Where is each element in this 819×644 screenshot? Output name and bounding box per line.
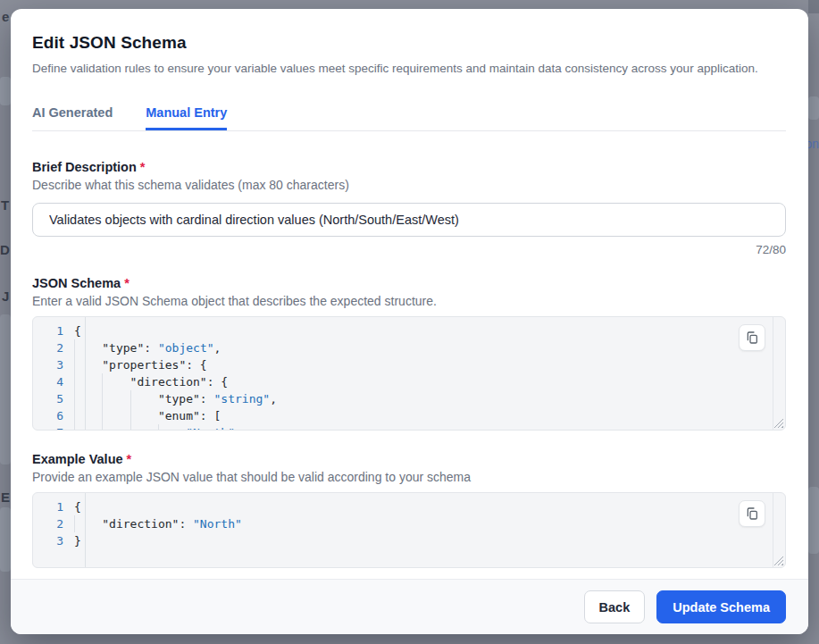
indent-guide	[102, 407, 130, 424]
backdrop-header-fragment	[808, 0, 819, 13]
line-content: "enum": [	[74, 407, 221, 424]
indent-guide	[74, 373, 102, 390]
gutter-separator	[85, 493, 86, 567]
code-line: 7"North",	[33, 424, 785, 431]
code-line: 6"enum": [	[33, 407, 785, 424]
tabs-divider	[32, 130, 786, 131]
code-token-key: "direction"	[130, 373, 207, 390]
tab-manual-entry[interactable]: Manual Entry	[146, 105, 227, 130]
code-token-plain: ,	[214, 339, 221, 356]
back-button[interactable]: Back	[584, 590, 646, 623]
backdrop-text-fragment: J	[2, 289, 9, 304]
json-schema-label: JSON Schema	[32, 276, 121, 290]
indent-guide	[74, 390, 102, 407]
code-token-key: "direction"	[102, 515, 179, 532]
backdrop-text-fragment: e	[2, 9, 9, 24]
code-line: 2"type": "object",	[33, 339, 785, 356]
line-number: 7	[33, 424, 74, 431]
indent-guide	[102, 373, 130, 390]
line-content: "direction": "North"	[74, 515, 242, 532]
code-line: 3}	[33, 532, 785, 549]
line-number: 1	[33, 498, 74, 515]
backdrop-field-fragment	[808, 96, 819, 120]
line-number: 3	[33, 356, 74, 373]
indent-guide	[74, 515, 102, 532]
code-token-plain: : {	[207, 373, 228, 390]
code-token-plain: :	[144, 339, 158, 356]
line-number: 2	[33, 515, 74, 532]
code-line: 4"direction": {	[33, 373, 785, 390]
indent-guide	[102, 390, 130, 407]
tab-ai-generated[interactable]: AI Generated	[32, 105, 113, 130]
code-line: 5"type": "string",	[33, 390, 785, 407]
required-marker: *	[124, 276, 130, 290]
code-token-plain: ,	[235, 424, 242, 431]
line-content: {	[74, 322, 81, 339]
example-value-section: Example Value * Provide an example JSON …	[32, 452, 786, 568]
code-token-plain: : {	[186, 356, 206, 373]
copy-icon	[745, 330, 759, 345]
code-token-string: "object"	[158, 339, 214, 356]
code-token-plain: {	[74, 498, 81, 515]
code-token-plain: }	[74, 532, 81, 549]
line-content: "properties": {	[74, 356, 207, 373]
backdrop-editor-fragment	[0, 314, 11, 464]
code-line: 3"properties": {	[33, 356, 785, 373]
modal-body: Edit JSON Schema Define validation rules…	[11, 9, 808, 579]
json-schema-code-editor[interactable]: 1{2"type": "object",3"properties": {4"di…	[32, 316, 786, 431]
copy-icon	[745, 506, 759, 521]
indent-guide	[74, 356, 102, 373]
editor-scroll-rail	[773, 317, 773, 430]
code-line: 1{	[33, 498, 785, 515]
code-line: 1{	[33, 322, 785, 339]
brief-description-label: Brief Description	[32, 160, 137, 174]
editor-scroll-rail	[773, 493, 773, 567]
resize-grip[interactable]	[773, 556, 783, 565]
code-token-string: "North"	[193, 515, 242, 532]
brief-description-helper: Describe what this schema validates (max…	[32, 178, 786, 192]
line-number: 5	[33, 390, 74, 407]
code-token-string: "North"	[186, 424, 235, 431]
line-content: "North",	[74, 424, 242, 431]
line-content: }	[74, 532, 81, 549]
line-number: 1	[33, 322, 74, 339]
example-value-code-editor[interactable]: 1{2"direction": "North"3}	[32, 492, 786, 568]
indent-guide	[74, 407, 102, 424]
backdrop-text-fragment: E	[1, 489, 10, 505]
json-schema-section: JSON Schema * Enter a valid JSON Schema …	[32, 276, 786, 431]
code-lines: 1{2"direction": "North"3}	[33, 493, 785, 549]
indent-guide	[130, 407, 158, 424]
required-marker: *	[140, 160, 146, 174]
indent-guide	[74, 424, 102, 431]
required-marker: *	[127, 452, 132, 466]
code-token-plain: ,	[270, 390, 277, 407]
modal-subtitle: Define validation rules to ensure your v…	[32, 62, 786, 75]
brief-description-input[interactable]	[32, 203, 786, 237]
schema-entry-tabs: AI Generated Manual Entry	[32, 105, 786, 130]
gutter-separator	[85, 317, 86, 430]
example-value-label: Example Value	[32, 452, 123, 466]
code-token-string: "string"	[214, 390, 271, 407]
brief-description-section: Brief Description * Describe what this s…	[32, 160, 786, 256]
update-schema-button[interactable]: Update Schema	[656, 590, 786, 623]
example-value-helper: Provide an example JSON value that shoul…	[32, 470, 786, 484]
indent-guide	[130, 424, 158, 431]
code-token-key: "type"	[102, 339, 144, 356]
line-number: 2	[33, 339, 74, 356]
line-content: "type": "object",	[74, 339, 221, 356]
backdrop-field-fragment	[808, 487, 819, 554]
code-token-key: "properties"	[102, 356, 186, 373]
copy-button[interactable]	[739, 500, 765, 527]
backdrop-text-fragment: D	[0, 242, 10, 257]
line-number: 4	[33, 373, 74, 390]
backdrop-field-fragment	[0, 507, 11, 572]
copy-button[interactable]	[739, 324, 765, 351]
modal-footer: Back Update Schema	[11, 579, 808, 634]
indent-guide	[74, 339, 102, 356]
char-count: 72/80	[32, 243, 786, 256]
backdrop-text-fragment: T	[1, 197, 9, 213]
code-lines: 1{2"type": "object",3"properties": {4"di…	[33, 317, 785, 431]
indent-guide	[102, 424, 130, 431]
line-content: "direction": {	[74, 373, 228, 390]
line-number: 6	[33, 407, 74, 424]
